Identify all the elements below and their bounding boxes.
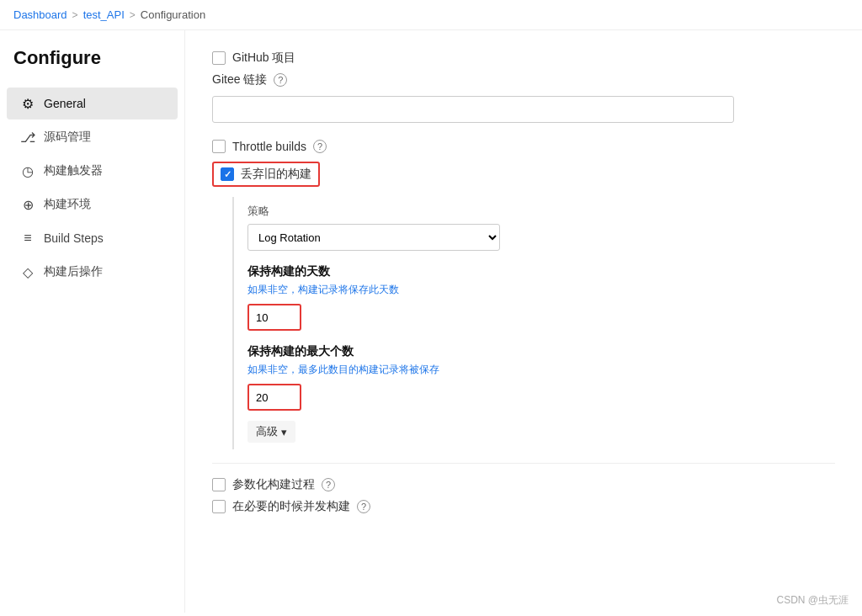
breadcrumb-dashboard[interactable]: Dashboard — [13, 8, 67, 21]
breadcrumb-test-api[interactable]: test_API — [83, 8, 125, 21]
sidebar-item-label-env: 构建环境 — [44, 197, 91, 212]
parameterize-help-icon[interactable]: ? — [322, 478, 335, 491]
gitee-label-row: Gitee 链接 ? — [212, 72, 835, 88]
breadcrumb-sep-2: > — [130, 9, 136, 21]
throttle-builds-label: Throttle builds — [232, 140, 306, 153]
gitee-label: Gitee 链接 — [212, 72, 267, 88]
keep-max-title: 保持构建的最大个数 — [247, 344, 835, 359]
concurrent-checkbox-wrapper[interactable] — [212, 500, 226, 513]
sidebar-item-label-general: General — [44, 97, 86, 110]
gitee-section: Gitee 链接 ? — [212, 72, 835, 123]
github-project-checkbox-wrapper[interactable] — [212, 51, 226, 65]
main-content: GitHub 项目 Gitee 链接 ? Throttle builds ? — [185, 30, 862, 613]
parameterize-row: 参数化构建过程 ? — [212, 477, 835, 492]
keep-days-input[interactable] — [249, 305, 300, 329]
sidebar-item-env[interactable]: ⊕ 构建环境 — [7, 189, 178, 220]
discard-checkbox-wrapper[interactable] — [221, 167, 234, 181]
keep-days-input-wrapper — [247, 304, 301, 331]
sidebar-item-label-triggers: 构建触发器 — [44, 163, 103, 178]
discard-section: 丢弃旧的构建 策略 Log Rotation Circular 保持构建的天数 … — [212, 162, 835, 449]
concurrent-row: 在必要的时候并发构建 ? — [212, 499, 835, 514]
section-divider-1 — [212, 463, 835, 464]
sidebar-item-label-post: 构建后操作 — [44, 264, 103, 279]
keep-days-section: 保持构建的天数 如果非空，构建记录将保存此天数 — [247, 264, 835, 331]
list-icon: ≡ — [20, 231, 35, 246]
strategy-label: 策略 — [247, 204, 835, 219]
strategy-select[interactable]: Log Rotation Circular — [247, 224, 500, 251]
diamond-icon: ◇ — [20, 264, 35, 279]
throttle-help-icon[interactable]: ? — [313, 140, 327, 153]
breadcrumb-current: Configuration — [141, 8, 205, 21]
concurrent-label: 在必要的时候并发构建 — [232, 499, 350, 514]
sidebar-item-label-steps: Build Steps — [44, 231, 104, 245]
discard-builds-row: 丢弃旧的构建 — [212, 162, 320, 187]
branch-icon: ⎇ — [20, 130, 35, 145]
breadcrumb-sep-1: > — [72, 9, 78, 21]
keep-max-section: 保持构建的最大个数 如果非空，最多此数目的构建记录将被保存 — [247, 344, 835, 411]
github-project-label: GitHub 项目 — [232, 50, 295, 66]
parameterize-checkbox-wrapper[interactable] — [212, 478, 226, 491]
sidebar-item-general[interactable]: ⚙ General — [7, 88, 178, 119]
gear-icon: ⚙ — [20, 96, 35, 111]
concurrent-help-icon[interactable]: ? — [357, 500, 370, 513]
gitee-input[interactable] — [212, 96, 734, 123]
clock-icon: ◷ — [20, 163, 35, 178]
discard-builds-label: 丢弃旧的构建 — [241, 167, 311, 182]
sidebar-item-triggers[interactable]: ◷ 构建触发器 — [7, 155, 178, 187]
globe-icon: ⊕ — [20, 197, 35, 212]
keep-max-desc: 如果非空，最多此数目的构建记录将被保存 — [247, 363, 835, 377]
throttle-builds-row: Throttle builds ? — [212, 140, 835, 153]
gitee-help-icon[interactable]: ? — [274, 73, 287, 87]
github-project-row: GitHub 项目 — [212, 50, 835, 66]
sidebar-item-source[interactable]: ⎇ 源码管理 — [7, 121, 178, 153]
keep-days-desc: 如果非空，构建记录将保存此天数 — [247, 283, 835, 297]
sidebar-item-steps[interactable]: ≡ Build Steps — [7, 222, 178, 254]
strategy-section: 策略 Log Rotation Circular 保持构建的天数 如果非空，构建… — [232, 197, 835, 449]
keep-max-input[interactable] — [249, 385, 300, 409]
keep-days-title: 保持构建的天数 — [247, 264, 835, 279]
advanced-label: 高级 — [256, 424, 278, 439]
throttle-checkbox-wrapper[interactable] — [212, 140, 226, 153]
sidebar-item-label-source: 源码管理 — [44, 130, 91, 145]
sidebar-item-post[interactable]: ◇ 构建后操作 — [7, 256, 178, 288]
breadcrumb: Dashboard > test_API > Configuration — [0, 0, 862, 30]
chevron-down-icon: ▾ — [281, 426, 287, 438]
sidebar: Configure ⚙ General ⎇ 源码管理 ◷ 构建触发器 ⊕ 构建环… — [0, 30, 185, 613]
watermark: CSDN @虫无涯 — [776, 593, 849, 608]
parameterize-label: 参数化构建过程 — [232, 477, 315, 492]
sidebar-title: Configure — [0, 47, 184, 86]
keep-max-input-wrapper — [247, 384, 301, 411]
advanced-button[interactable]: 高级 ▾ — [247, 421, 295, 443]
